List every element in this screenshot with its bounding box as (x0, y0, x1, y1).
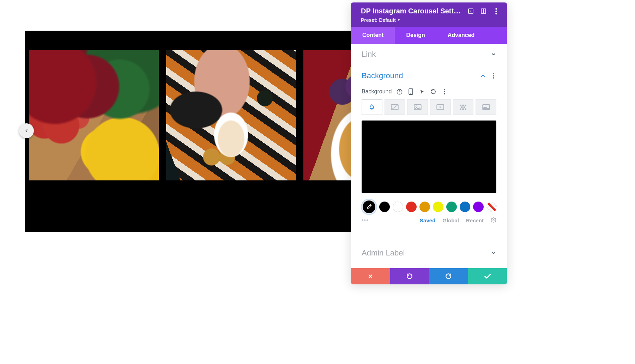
svg-rect-30 (465, 109, 466, 110)
svg-point-6 (495, 13, 497, 14)
swatch-blue[interactable] (460, 202, 470, 212)
settings-panel: DP Instagram Carousel Setti… Preset: Def… (351, 2, 507, 284)
bg-type-pattern[interactable] (453, 99, 474, 115)
svg-rect-27 (464, 106, 465, 108)
panel-footer (351, 268, 507, 284)
palette-tab-saved[interactable]: Saved (420, 217, 435, 223)
svg-point-8 (493, 75, 494, 76)
svg-point-4 (495, 8, 497, 10)
expand-icon[interactable] (467, 7, 474, 15)
svg-rect-25 (465, 105, 466, 106)
bg-type-color[interactable] (362, 99, 382, 115)
palette-tab-global[interactable]: Global (442, 217, 459, 223)
svg-line-18 (391, 105, 398, 110)
section-background: Background Background (351, 65, 507, 230)
svg-rect-26 (461, 106, 462, 108)
panel-title: DP Instagram Carousel Setti… (361, 7, 462, 15)
tab-design[interactable]: Design (395, 27, 436, 44)
bg-type-gradient[interactable] (385, 99, 405, 115)
svg-point-20 (416, 106, 417, 107)
bg-type-mask[interactable] (476, 99, 496, 115)
bg-type-video[interactable] (430, 99, 451, 115)
eyedropper-button[interactable] (362, 199, 376, 214)
section-admin-label-title: Admin Label (362, 248, 405, 258)
svg-point-32 (493, 220, 494, 221)
swatch-red[interactable] (406, 202, 417, 212)
svg-point-7 (493, 73, 494, 74)
more-icon[interactable] (492, 7, 500, 15)
section-link-title: Link (362, 50, 376, 59)
svg-rect-23 (460, 105, 461, 106)
svg-point-9 (493, 77, 494, 79)
svg-rect-24 (462, 105, 464, 106)
background-field-row: Background (362, 88, 496, 95)
panel-body: Link Background Background (351, 44, 507, 268)
swatch-orange[interactable] (419, 202, 430, 212)
svg-point-11 (399, 93, 400, 93)
swatch-teal[interactable] (446, 202, 457, 212)
hover-icon[interactable] (418, 88, 425, 95)
swatch-transparent[interactable] (486, 202, 497, 212)
save-button[interactable] (468, 268, 507, 284)
chevron-down-icon (491, 250, 496, 256)
field-more-icon[interactable] (441, 88, 448, 95)
color-preview[interactable] (362, 121, 496, 193)
section-background-title: Background (362, 71, 403, 80)
preset-label: Preset: (361, 17, 377, 23)
chevron-down-icon (491, 51, 496, 57)
caret-down-icon: ▼ (397, 18, 400, 22)
panel-tabs: Content Design Advanced (351, 27, 507, 44)
svg-point-14 (444, 89, 445, 90)
chevron-up-icon (480, 73, 486, 79)
carousel-item[interactable] (29, 50, 159, 180)
bg-type-image[interactable] (407, 99, 428, 115)
palette-tab-recent[interactable]: Recent (466, 217, 484, 223)
svg-point-5 (495, 10, 497, 12)
carousel-prev-button[interactable] (19, 123, 34, 138)
svg-rect-28 (460, 109, 461, 110)
svg-point-13 (410, 93, 411, 94)
help-icon[interactable] (396, 88, 403, 95)
palette-more-icon[interactable]: ••• (362, 217, 369, 223)
swatch-purple[interactable] (473, 202, 484, 212)
reset-icon[interactable] (430, 88, 437, 95)
undo-button[interactable] (390, 268, 429, 284)
section-admin-label[interactable]: Admin Label (351, 242, 507, 264)
phone-icon[interactable] (407, 88, 414, 95)
swatch-black[interactable] (379, 202, 390, 212)
palette-subrow: ••• Saved Global Recent (362, 217, 496, 223)
svg-rect-29 (462, 109, 464, 110)
section-background-header[interactable]: Background (362, 71, 496, 80)
tab-advanced[interactable]: Advanced (436, 27, 486, 44)
svg-marker-22 (440, 106, 442, 108)
svg-point-1 (470, 11, 471, 12)
cancel-button[interactable] (351, 268, 390, 284)
swatch-white[interactable] (393, 202, 403, 212)
section-link[interactable]: Link (351, 44, 507, 65)
swatch-yellow[interactable] (433, 202, 443, 212)
background-type-tabs (362, 99, 496, 115)
section-more-icon[interactable] (491, 73, 496, 79)
carousel-item[interactable] (166, 50, 296, 180)
redo-button[interactable] (429, 268, 468, 284)
snap-icon[interactable] (479, 7, 487, 15)
svg-point-15 (444, 91, 445, 92)
background-field-label: Background (362, 88, 392, 95)
svg-point-16 (444, 93, 445, 94)
swatch-row (362, 199, 496, 214)
panel-header: DP Instagram Carousel Setti… Preset: Def… (351, 2, 507, 27)
tab-content[interactable]: Content (351, 27, 395, 44)
gear-icon[interactable] (491, 217, 496, 223)
preset-value: Default (379, 17, 395, 23)
preset-dropdown[interactable]: Preset: Default ▼ (361, 17, 500, 23)
